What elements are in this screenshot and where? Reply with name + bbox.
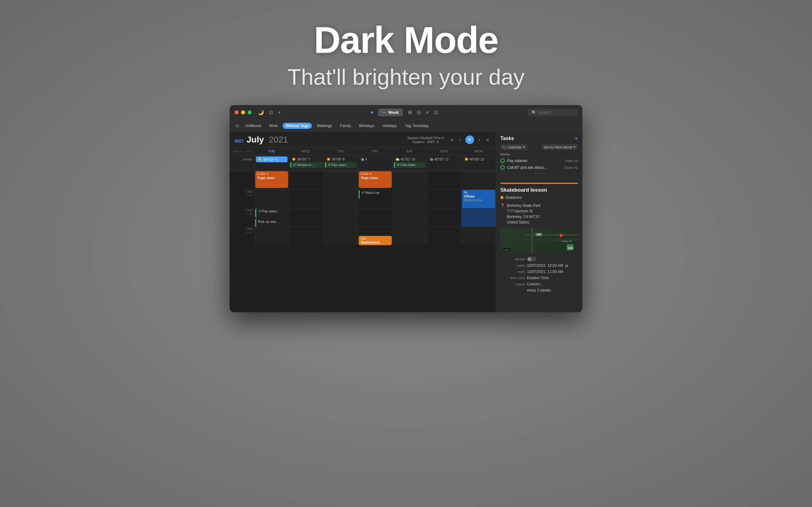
minimize-button[interactable] bbox=[241, 110, 245, 114]
wash-car-event[interactable]: ↺ Wash car bbox=[359, 190, 392, 199]
task-name-pay: Pay salaries bbox=[507, 159, 562, 163]
allday-cell-sat[interactable]: ⛅ 41°/31° 10 ↺ Call clean... bbox=[392, 155, 427, 171]
list-icon[interactable]: ≡ bbox=[426, 110, 428, 115]
time-cell-tue-1[interactable] bbox=[254, 189, 289, 208]
tasks-header: Tasks + bbox=[500, 135, 578, 142]
cal-filter-chevron: ▾ bbox=[523, 145, 525, 149]
time-cell-thu-3[interactable] bbox=[323, 227, 358, 245]
day-header-fri[interactable]: FRI bbox=[358, 148, 392, 155]
time-cell-mon-0[interactable] bbox=[461, 171, 496, 189]
allday-cell-thu[interactable]: ☀️ 38°/30° 8 ↺ Pay coun... bbox=[323, 155, 358, 171]
repeat-value[interactable]: Custom... bbox=[527, 282, 578, 286]
calendar-filter-button[interactable]: ≡↑ Calendar ▾ bbox=[500, 144, 527, 150]
today-button[interactable]: 6 bbox=[465, 135, 474, 144]
day-header-wed[interactable]: WED bbox=[289, 148, 323, 155]
day-header-tue[interactable]: TUE bbox=[254, 148, 289, 155]
time-cell-mon-3[interactable] bbox=[461, 227, 496, 245]
filter-tag-family[interactable]: Family bbox=[337, 123, 354, 129]
time-cell-sun-0[interactable] bbox=[427, 171, 461, 189]
timezone-value[interactable]: Eastern Time bbox=[527, 276, 578, 280]
allday-event-call-clean[interactable]: ↺ Call clean... bbox=[394, 162, 425, 168]
close-button[interactable] bbox=[235, 110, 239, 114]
filter-tag-birthdays[interactable]: Birthdays bbox=[356, 123, 377, 129]
task-item-call[interactable]: Call BT and ask about... Today 5p bbox=[500, 164, 578, 171]
time-cell-tue-3[interactable] bbox=[254, 227, 289, 245]
allday-event-renew[interactable]: ↺ Renew m... bbox=[290, 162, 322, 168]
add-task-button[interactable]: + bbox=[574, 135, 578, 142]
pay-salaries-event[interactable]: ↺ Pay salari... bbox=[255, 208, 288, 218]
nav-prev-button[interactable]: ‹ bbox=[457, 136, 463, 143]
tasks-title: Tasks bbox=[500, 136, 514, 141]
cal-nav: Eastern Daylight Time ▾ Eastern · GMT -4… bbox=[408, 135, 491, 144]
time-cell-sat-2[interactable] bbox=[392, 208, 427, 227]
search-bar[interactable]: 🔍 bbox=[528, 109, 577, 116]
week-view-button[interactable]: ··· Week bbox=[378, 109, 403, 116]
multi-grid-icon[interactable]: ⊟ bbox=[417, 109, 421, 115]
search-input[interactable] bbox=[538, 110, 574, 115]
filter-tag-someday[interactable]: Tag: Someday bbox=[402, 123, 432, 129]
filter-tag-unfiltered[interactable]: Unfiltered bbox=[242, 123, 264, 129]
time-cell-thu-2[interactable] bbox=[323, 208, 358, 227]
time-cell-wed-3[interactable] bbox=[289, 227, 323, 245]
filter-tag-holidays[interactable]: Holidays bbox=[379, 123, 400, 129]
day-header-thu[interactable]: THU bbox=[323, 148, 358, 155]
filter-bar: ⊖ Unfiltered Work Without Tags Meetings … bbox=[230, 120, 582, 132]
allday-cell-mon[interactable]: ☀️ 40°/33° 12 bbox=[461, 155, 496, 171]
filter-minus-icon[interactable]: ⊖ bbox=[234, 123, 240, 129]
time-cell-fri-3[interactable]: 10a Skateboard... bbox=[358, 227, 392, 245]
nav-next-next-button[interactable]: » bbox=[484, 136, 491, 143]
time-cell-mon-2[interactable] bbox=[461, 208, 496, 227]
filter-tag-work[interactable]: Work bbox=[266, 123, 281, 129]
yoga-class-fri[interactable]: 6:30a ↺ Yoga class bbox=[359, 171, 392, 188]
day-header-sat[interactable]: SAT bbox=[392, 148, 427, 155]
pickup-event[interactable]: Pick up stat... bbox=[255, 219, 288, 228]
time-cell-sun-2[interactable] bbox=[427, 208, 461, 227]
moon-icon[interactable]: 🌙 bbox=[258, 109, 264, 115]
nav-prev-prev-button[interactable]: « bbox=[449, 136, 455, 143]
time-cell-sat-0[interactable] bbox=[392, 171, 427, 189]
task-item-pay[interactable]: Pay salaries Today 9a bbox=[500, 157, 578, 164]
panel-icon[interactable]: ⊡ bbox=[434, 109, 438, 115]
day-header-sun[interactable]: SUN bbox=[427, 148, 461, 155]
allday-field-value[interactable] bbox=[527, 257, 578, 262]
allday-cell-wed[interactable]: ☀️ 39°/31° 7 ↺ Renew m... bbox=[289, 155, 323, 171]
ends-value[interactable]: 10/07/2021 11:00 AM bbox=[527, 270, 578, 274]
allday-cell-fri[interactable]: 🌤 9 bbox=[358, 155, 392, 171]
filter-tag-without-tags[interactable]: Without Tags bbox=[283, 123, 312, 129]
time-cell-wed-0[interactable] bbox=[289, 171, 323, 189]
yoga-class-tue[interactable]: 6:30a ↺ Yoga class bbox=[255, 171, 288, 188]
time-cell-wed-1[interactable] bbox=[289, 189, 323, 208]
map-legal-label[interactable]: Legal bbox=[502, 248, 510, 251]
time-cell-thu-1[interactable] bbox=[323, 189, 358, 208]
time-cell-sun-1[interactable] bbox=[427, 189, 461, 208]
map-thumbnail[interactable]: 580 Gilman St Legal bbox=[500, 228, 578, 253]
skateboard-event-fri[interactable]: 10a Skateboard... bbox=[359, 236, 392, 245]
due-filter-button[interactable]: due by Next Month ▾ bbox=[542, 144, 578, 150]
allday-event-pay-coun[interactable]: ↺ Pay coun... bbox=[325, 162, 356, 168]
time-grid[interactable]: 6:30a ↺ Yoga class 6:30a ↺ Yoga class bbox=[230, 171, 496, 312]
filter-tag-meetings[interactable]: Meetings bbox=[314, 123, 335, 129]
time-cell-thu-0[interactable] bbox=[323, 171, 358, 189]
map-pin bbox=[559, 234, 563, 238]
allday-toggle[interactable] bbox=[527, 257, 536, 262]
allday-cell-sun[interactable]: 🌤 40°/31° 11 bbox=[427, 155, 461, 171]
day-header-mon[interactable]: MON bbox=[461, 148, 496, 155]
time-cell-tue-0[interactable]: 6:30a ↺ Yoga class bbox=[254, 171, 289, 189]
starts-value[interactable]: 10/07/2021 10:00 AM ▦ bbox=[527, 264, 578, 268]
time-cell-wed-2[interactable] bbox=[289, 208, 323, 227]
time-cell-fri-1[interactable]: ↺ Wash car bbox=[358, 189, 392, 208]
maximize-button[interactable] bbox=[248, 110, 252, 114]
nav-next-button[interactable]: › bbox=[476, 136, 482, 143]
weather-temp-tue: 39°/32° 6 bbox=[263, 158, 277, 161]
time-cell-sun-3[interactable] bbox=[427, 227, 461, 245]
time-cell-sat-1[interactable] bbox=[392, 189, 427, 208]
allday-cell-tue[interactable]: ☀️ 39°/32° 6 bbox=[254, 155, 289, 171]
sidebar-toggle-icon[interactable]: ⊡ bbox=[269, 109, 273, 115]
time-cell-sat-3[interactable] bbox=[392, 227, 427, 245]
time-cell-fri-2[interactable] bbox=[358, 208, 392, 227]
time-cell-mon-1[interactable]: 8a Offsite Need to stop... bbox=[461, 189, 496, 208]
add-event-icon[interactable]: + bbox=[278, 110, 281, 115]
time-cell-tue-2[interactable]: ↺ Pay salari... Pick up stat... bbox=[254, 208, 289, 227]
month-grid-icon[interactable]: ⊞ bbox=[408, 109, 412, 115]
time-cell-fri-0[interactable]: 6:30a ↺ Yoga class bbox=[358, 171, 392, 189]
